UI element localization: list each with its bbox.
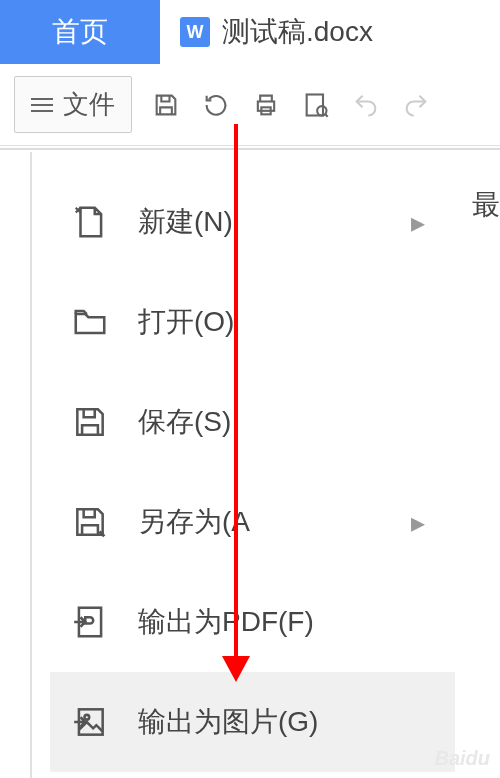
undo-icon[interactable] (350, 89, 382, 121)
file-menu-label: 文件 (63, 87, 115, 122)
print-preview-icon[interactable] (300, 89, 332, 121)
side-panel-text: 最 (472, 186, 500, 224)
menu-item-new[interactable]: 新建(N) ▸ (50, 172, 455, 272)
folder-open-icon (70, 302, 110, 342)
new-file-icon (70, 202, 110, 242)
export-pdf-icon (70, 602, 110, 642)
svg-point-3 (317, 106, 326, 115)
tab-document[interactable]: W 测试稿.docx (160, 0, 373, 64)
word-doc-icon: W (180, 17, 210, 47)
menu-item-label: 输出为图片(G) (138, 703, 318, 741)
redo-icon[interactable] (400, 89, 432, 121)
menu-item-open[interactable]: 打开(O) (50, 272, 455, 372)
refresh-icon[interactable] (200, 89, 232, 121)
menu-item-label: 新建(N) (138, 203, 233, 241)
menu-item-label: 输出为PDF(F) (138, 603, 314, 641)
menu-item-export-image[interactable]: 输出为图片(G) (50, 672, 455, 772)
tab-document-label: 测试稿.docx (222, 13, 373, 51)
svg-rect-0 (258, 101, 274, 110)
tab-home[interactable]: 首页 (0, 0, 160, 64)
file-menu-button[interactable]: 文件 (14, 76, 132, 133)
save-file-icon (70, 402, 110, 442)
annotation-arrow (234, 124, 238, 664)
menu-item-save-as[interactable]: 另存为(A ▸ (50, 472, 455, 572)
svg-rect-2 (307, 94, 323, 115)
menu-item-label: 保存(S) (138, 403, 231, 441)
chevron-right-icon: ▸ (411, 206, 425, 239)
save-icon[interactable] (150, 89, 182, 121)
print-icon[interactable] (250, 89, 282, 121)
save-as-icon (70, 502, 110, 542)
hamburger-icon (31, 98, 53, 112)
export-image-icon (70, 702, 110, 742)
menu-item-label: 打开(O) (138, 303, 234, 341)
tab-home-label: 首页 (52, 13, 108, 51)
svg-point-6 (84, 715, 89, 720)
watermark: Baidu (434, 747, 490, 770)
menu-item-save[interactable]: 保存(S) (50, 372, 455, 472)
menu-item-export-pdf[interactable]: 输出为PDF(F) (50, 572, 455, 672)
chevron-right-icon: ▸ (411, 506, 425, 539)
